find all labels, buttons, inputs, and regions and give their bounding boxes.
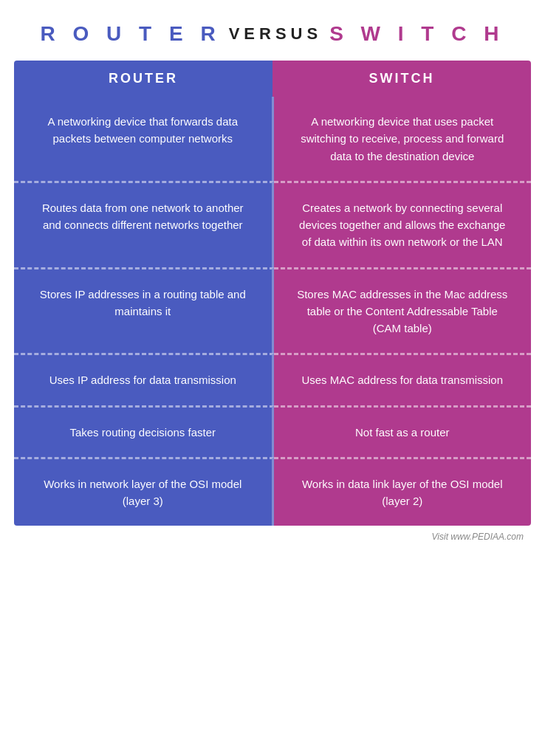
- title-router: R O U T E R: [41, 22, 222, 46]
- title-switch: S W I T C H: [329, 22, 504, 46]
- table-row: Stores IP addresses in a routing table a…: [14, 267, 531, 354]
- comparison-table: ROUTER SWITCH A networking device that f…: [14, 61, 531, 526]
- table-row: Routes data from one network to another …: [14, 181, 531, 267]
- table-row: A networking device that forwards data p…: [14, 97, 531, 181]
- table-row: Uses IP address for data transmissionUse…: [14, 353, 531, 405]
- switch-cell-5: Works in data link layer of the OSI mode…: [274, 457, 532, 526]
- router-cell-1: Routes data from one network to another …: [14, 181, 274, 267]
- router-cell-5: Works in network layer of the OSI model …: [14, 457, 274, 526]
- table-header-row: ROUTER SWITCH: [14, 61, 531, 97]
- switch-cell-1: Creates a network by connecting several …: [274, 181, 532, 267]
- router-cell-0: A networking device that forwards data p…: [14, 97, 274, 181]
- switch-cell-4: Not fast as a router: [274, 405, 532, 457]
- table-body: A networking device that forwards data p…: [14, 97, 531, 526]
- watermark: Visit www.PEDIAA.com: [14, 526, 531, 542]
- router-cell-2: Stores IP addresses in a routing table a…: [14, 267, 274, 354]
- header-switch: SWITCH: [272, 61, 531, 97]
- title-row: R O U T E R VERSUS S W I T C H: [15, 22, 530, 46]
- switch-cell-0: A networking device that uses packet swi…: [274, 97, 532, 181]
- switch-cell-3: Uses MAC address for data transmission: [274, 353, 532, 405]
- router-cell-3: Uses IP address for data transmission: [14, 353, 274, 405]
- title-versus: VERSUS: [229, 24, 322, 44]
- router-cell-4: Takes routing decisions faster: [14, 405, 274, 457]
- switch-cell-2: Stores MAC addresses in the Mac address …: [274, 267, 532, 354]
- table-row: Takes routing decisions fasterNot fast a…: [14, 405, 531, 457]
- header-router: ROUTER: [14, 61, 272, 97]
- table-row: Works in network layer of the OSI model …: [14, 457, 531, 526]
